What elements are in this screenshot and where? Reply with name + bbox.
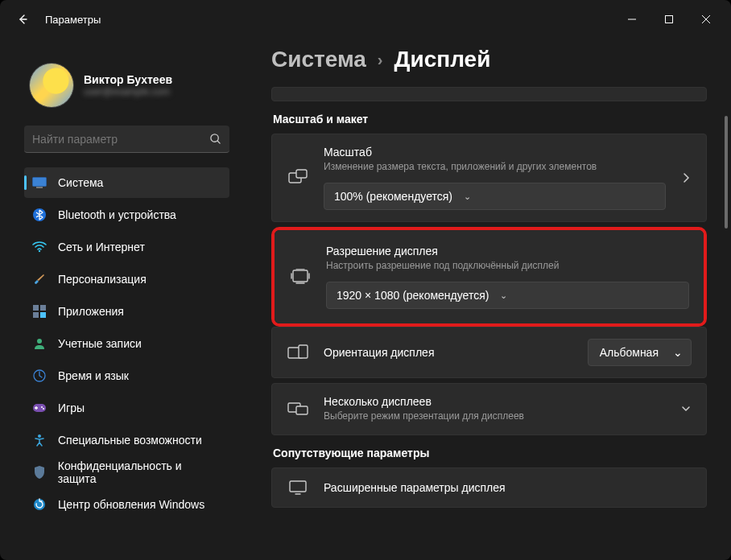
scale-dropdown[interactable]: 100% (рекомендуется) ⌄ — [324, 183, 666, 210]
svg-rect-7 — [40, 305, 46, 311]
chevron-right-icon: › — [378, 51, 383, 69]
svg-rect-18 — [296, 170, 307, 178]
nav-label: Персонализация — [58, 273, 147, 286]
card-desc: Настроить разрешение под подключённый ди… — [326, 259, 689, 272]
breadcrumb: Система › Дисплей — [271, 47, 707, 72]
nav-item-personalization[interactable]: Персонализация — [24, 264, 229, 294]
minimize-button[interactable] — [613, 6, 650, 32]
nav-item-network[interactable]: Сеть и Интернет — [24, 232, 229, 262]
person-icon — [32, 336, 47, 351]
nav-item-windows-update[interactable]: Центр обновления Windows — [24, 489, 229, 520]
chevron-right-icon — [680, 172, 692, 183]
svg-rect-21 — [299, 345, 308, 358]
brush-icon — [32, 272, 47, 286]
display-icon — [287, 480, 309, 496]
shield-icon — [32, 465, 47, 480]
nav-item-gaming[interactable]: Игры — [24, 393, 229, 423]
svg-point-15 — [38, 434, 41, 438]
window-title: Параметры — [45, 14, 101, 26]
svg-rect-24 — [290, 481, 306, 492]
bluetooth-icon — [32, 208, 47, 222]
card-resolution-highlight: Разрешение дисплея Настроить разрешение … — [271, 227, 707, 327]
nav-item-system[interactable]: Система — [24, 167, 229, 198]
apps-icon — [32, 304, 47, 319]
chevron-down-icon — [680, 403, 692, 414]
scrollbar[interactable] — [725, 87, 728, 544]
sidebar: Виктор Бухтеев user@example.com Система … — [0, 39, 237, 560]
profile-email: user@example.com — [84, 86, 172, 97]
svg-rect-23 — [296, 406, 308, 414]
profile-name: Виктор Бухтеев — [84, 73, 172, 86]
svg-rect-6 — [33, 305, 39, 311]
nav-label: Система — [58, 176, 103, 189]
orientation-dropdown[interactable]: Альбомная ⌄ — [588, 339, 692, 366]
gamepad-icon — [32, 401, 47, 415]
card-title: Масштаб — [324, 146, 666, 159]
card-advanced-display[interactable]: Расширенные параметры дисплея — [271, 467, 707, 508]
nav-item-accounts[interactable]: Учетные записи — [24, 328, 229, 359]
nav-label: Специальные возможности — [58, 434, 202, 447]
titlebar: Параметры — [0, 0, 731, 39]
card-orientation[interactable]: Ориентация дисплея Альбомная ⌄ — [271, 327, 707, 378]
svg-point-1 — [211, 134, 218, 142]
nav-label: Приложения — [58, 305, 124, 318]
svg-rect-9 — [40, 312, 46, 318]
card-title: Разрешение дисплея — [326, 245, 689, 257]
svg-rect-0 — [666, 16, 673, 23]
nav-item-privacy[interactable]: Конфиденциальность и защита — [24, 457, 229, 488]
resolution-dropdown[interactable]: 1920 × 1080 (рекомендуется) ⌄ — [326, 282, 689, 309]
dropdown-value: Альбомная — [600, 346, 659, 359]
card-previous-stub[interactable] — [271, 87, 707, 101]
breadcrumb-current: Дисплей — [394, 47, 491, 72]
card-desc: Изменение размера текста, приложений и д… — [324, 160, 666, 173]
dropdown-value: 1920 × 1080 (рекомендуется) — [337, 289, 489, 302]
search-input[interactable] — [32, 133, 209, 146]
section-related: Сопутствующие параметры — [273, 447, 707, 459]
card-title: Ориентация дисплея — [324, 346, 573, 359]
profile-block[interactable]: Виктор Бухтеев user@example.com — [24, 48, 229, 126]
nav-item-time-language[interactable]: Время и язык — [24, 360, 229, 391]
avatar — [29, 63, 74, 108]
card-title: Несколько дисплеев — [324, 395, 666, 408]
close-button[interactable] — [688, 6, 725, 32]
main-content: Система › Дисплей Масштаб и макет Масшта… — [237, 39, 731, 560]
system-icon — [32, 175, 47, 190]
card-multiple-displays[interactable]: Несколько дисплеев Выберите режим презен… — [271, 383, 707, 434]
nav-item-apps[interactable]: Приложения — [24, 296, 229, 327]
nav-label: Центр обновления Windows — [58, 498, 204, 511]
chevron-down-icon: ⌄ — [464, 191, 471, 202]
chevron-down-icon: ⌄ — [673, 346, 683, 359]
maximize-button[interactable] — [650, 6, 688, 32]
card-title: Расширенные параметры дисплея — [324, 481, 692, 494]
card-desc: Выберите режим презентации для дисплеев — [324, 410, 666, 422]
svg-rect-3 — [36, 187, 43, 188]
nav-item-accessibility[interactable]: Специальные возможности — [24, 425, 229, 455]
search-icon — [209, 133, 221, 145]
resolution-icon — [289, 269, 312, 285]
nav-label: Игры — [58, 401, 85, 414]
window-controls — [613, 6, 725, 32]
nav-label: Конфиденциальность и защита — [58, 459, 221, 485]
nav-label: Учетные записи — [58, 337, 142, 350]
search-box[interactable] — [24, 126, 229, 153]
multiple-displays-icon — [287, 401, 309, 417]
dropdown-value: 100% (рекомендуется) — [334, 190, 452, 203]
back-button[interactable] — [6, 3, 39, 35]
breadcrumb-root[interactable]: Система — [271, 47, 366, 72]
svg-point-13 — [41, 406, 43, 408]
section-scale-layout: Масштаб и макет — [273, 113, 707, 126]
arrow-left-icon — [16, 13, 29, 26]
card-resolution[interactable]: Разрешение дисплея Настроить разрешение … — [275, 230, 704, 323]
svg-rect-19 — [293, 270, 308, 282]
nav-label: Время и язык — [58, 369, 129, 382]
nav-list: Система Bluetooth и устройства Сеть и Ин… — [24, 167, 229, 520]
nav-item-bluetooth[interactable]: Bluetooth и устройства — [24, 200, 229, 230]
scrollbar-thumb[interactable] — [725, 116, 728, 229]
svg-point-5 — [39, 250, 40, 252]
svg-point-10 — [37, 339, 42, 344]
clock-globe-icon — [32, 369, 47, 383]
svg-rect-8 — [33, 312, 39, 318]
card-scale[interactable]: Масштаб Изменение размера текста, прилож… — [271, 134, 707, 222]
update-icon — [32, 497, 47, 512]
wifi-icon — [32, 240, 47, 254]
